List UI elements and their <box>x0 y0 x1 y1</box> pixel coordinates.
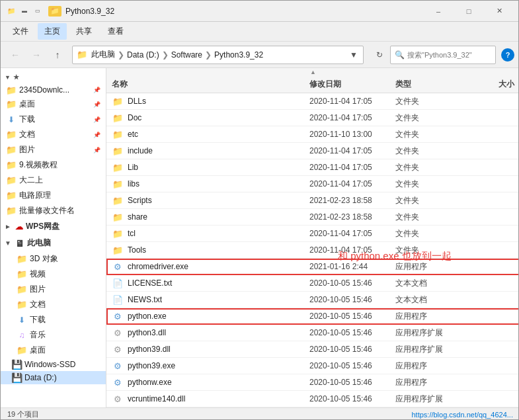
file-icon: ⚙ <box>112 393 124 405</box>
sidebar-item-music[interactable]: ♫ 音乐 <box>1 327 106 343</box>
search-input[interactable] <box>407 51 491 59</box>
file-icon: 📄 <box>112 294 124 306</box>
search-box[interactable]: 🔍 <box>390 46 496 64</box>
wps-header[interactable]: ► ☁ WPS网盘 <box>1 218 106 235</box>
file-icon: 📁 <box>112 244 124 256</box>
table-row[interactable]: 📄 LICENSE.txt 2020-10-05 15:46 文本文档 <box>106 275 519 292</box>
sidebar-item-windows-ssd[interactable]: 💾 Windows-SSD <box>1 358 106 371</box>
col-header-name[interactable]: 名称 <box>112 79 309 90</box>
file-name-cell: ⚙ vcruntime140.dll <box>112 393 309 405</box>
table-row[interactable]: ⚙ chromedriver.exe 2021-01-16 2:44 应用程序 <box>106 259 519 275</box>
table-row[interactable]: 📁 Doc 2020-11-04 17:05 文件夹 <box>106 110 519 126</box>
file-date: 2020-11-04 17:05 <box>309 97 395 106</box>
folder-icon: 📁 <box>6 206 17 216</box>
table-row[interactable]: ⚙ vcruntime140.dll 2020-10-05 15:46 应用程序… <box>106 391 519 407</box>
minimize-button[interactable]: – <box>423 1 454 22</box>
table-row[interactable]: 📁 Scripts 2021-02-23 18:58 文件夹 <box>106 192 519 209</box>
title-bar: 📁 ▬ ▭ 📁 Python3.9_32 – □ ✕ <box>1 1 519 22</box>
address-bar[interactable]: 📁 此电脑 ❯ Data (D:) ❯ Software ❯ Python3.9… <box>72 46 364 64</box>
file-icon: ⚙ <box>112 261 124 273</box>
sidebar-item-desktop[interactable]: 📁 桌面 📌 <box>1 97 106 112</box>
table-row[interactable]: 📁 Tools 2020-11-04 17:05 文件夹 <box>106 242 519 259</box>
sidebar-item-docs[interactable]: 📁 文档 📌 <box>1 127 106 142</box>
col-header-size[interactable]: 大小 <box>475 79 514 90</box>
menu-home[interactable]: 主页 <box>38 23 67 40</box>
table-row[interactable]: ⚙ python.exe 2020-10-05 15:46 应用程序 <box>106 308 519 325</box>
sidebar-label-circuit: 电路原理 <box>19 190 51 201</box>
table-row[interactable]: 📁 DLLs 2020-11-04 17:05 文件夹 <box>106 93 519 110</box>
quick-access-header[interactable]: ▼ ★ <box>1 71 106 83</box>
folder-icon: 📁 <box>6 176 17 185</box>
file-name-cell: 📄 LICENSE.txt <box>112 277 309 289</box>
download-icon2: ⬇ <box>17 315 27 325</box>
table-row[interactable]: 📁 libs 2020-11-04 17:05 文件夹 <box>106 176 519 192</box>
sep2: ❯ <box>162 50 169 60</box>
forward-button[interactable]: → <box>27 46 46 64</box>
sidebar-item-circuit[interactable]: 📁 电路原理 <box>1 188 106 203</box>
table-row[interactable]: ⚙ pythonw.exe 2020-10-05 15:46 应用程序 <box>106 374 519 391</box>
folder-icon: 📁 <box>6 85 17 95</box>
sidebar-item-pictures[interactable]: 📁 图片 📌 <box>1 142 106 157</box>
address-part-python[interactable]: Python3.9_32 <box>214 50 263 60</box>
address-part-pc[interactable]: 此电脑 <box>91 49 115 60</box>
file-name-cell: 📁 tcl <box>112 228 309 239</box>
menu-view[interactable]: 查看 <box>101 23 130 40</box>
menu-share[interactable]: 共享 <box>69 23 99 40</box>
file-name: tcl <box>128 229 136 238</box>
table-row[interactable]: 📁 Lib 2020-11-04 17:05 文件夹 <box>106 159 519 176</box>
sidebar-item-batch[interactable]: 📁 批量修改文件名 <box>1 203 106 218</box>
file-name: python39.exe <box>128 361 175 370</box>
sidebar-item-2345[interactable]: 📁 2345Downlc... 📌 <box>1 83 106 97</box>
address-part-software[interactable]: Software <box>171 50 202 60</box>
file-name: include <box>128 146 153 155</box>
table-row[interactable]: ⚙ python39.exe 2020-10-05 15:46 应用程序 <box>106 358 519 374</box>
sidebar-item-video[interactable]: 📁 9.视频教程 <box>1 157 106 173</box>
table-row[interactable]: 📁 include 2020-11-04 17:05 文件夹 <box>106 143 519 159</box>
up-button[interactable]: ↑ <box>48 46 67 64</box>
col-header-date[interactable]: 修改日期 <box>309 79 395 90</box>
table-row[interactable]: ⚙ python3.dll 2020-10-05 15:46 应用程序扩展 <box>106 325 519 341</box>
main-layout: ▼ ★ 📁 2345Downlc... 📌 📁 桌面 📌 ⬇ 下载 📌 📁 文档 <box>1 68 519 407</box>
sidebar-item-3d[interactable]: 📁 3D 对象 <box>1 251 106 267</box>
table-row[interactable]: 📁 etc 2020-11-10 13:00 文件夹 <box>106 126 519 143</box>
folder-icon: 📁 <box>6 146 17 155</box>
sidebar-item-download[interactable]: ⬇ 下载 📌 <box>1 112 106 127</box>
refresh-button[interactable]: ↻ <box>372 47 387 63</box>
sidebar-item-danian[interactable]: 📁 大二上 <box>1 173 106 188</box>
file-type: 应用程序 <box>395 377 475 388</box>
back-button[interactable]: ← <box>6 46 24 64</box>
close-button[interactable]: ✕ <box>484 1 514 22</box>
file-header-row: 名称 修改日期 类型 大小 <box>106 76 519 93</box>
sidebar-label-download2: 下载 <box>30 314 46 325</box>
col-header-type[interactable]: 类型 <box>395 79 475 90</box>
table-row[interactable]: 📁 tcl 2020-11-04 17:05 文件夹 <box>106 226 519 242</box>
file-date: 2021-02-23 18:58 <box>309 212 395 222</box>
hdd-icon: 💾 <box>11 360 22 369</box>
table-row[interactable]: ⚙ python39.dll 2020-10-05 15:46 应用程序扩展 <box>106 341 519 358</box>
file-name: python39.dll <box>128 345 171 354</box>
file-type: 文件夹 <box>395 112 475 124</box>
sidebar-item-docs2[interactable]: 📁 文档 <box>1 297 106 312</box>
sidebar-item-desktop2[interactable]: 📁 桌面 <box>1 343 106 358</box>
file-name: LICENSE.txt <box>128 278 172 288</box>
sidebar-item-pictures2[interactable]: 📁 图片 <box>1 282 106 297</box>
sidebar-label-danian: 大二上 <box>19 175 43 186</box>
file-icon: 📁 <box>112 211 124 223</box>
table-row[interactable]: 📁 share 2021-02-23 18:58 文件夹 <box>106 209 519 226</box>
wps-expand-icon: ► <box>5 223 11 230</box>
sidebar-item-download2[interactable]: ⬇ 下载 <box>1 312 106 327</box>
this-pc-header[interactable]: ▼ 🖥 此电脑 <box>1 235 106 251</box>
maximize-button[interactable]: □ <box>454 1 484 22</box>
menu-file[interactable]: 文件 <box>6 23 35 40</box>
wps-icon: ☁ <box>15 222 23 231</box>
address-part-drive[interactable]: Data (D:) <box>127 50 159 60</box>
file-icon: ⚙ <box>112 376 124 388</box>
sidebar-label-docs: 文档 <box>19 129 35 140</box>
file-type: 应用程序扩展 <box>395 394 475 405</box>
help-button[interactable]: ? <box>501 48 514 62</box>
table-row[interactable]: 📄 NEWS.txt 2020-10-05 15:46 文本文档 <box>106 292 519 308</box>
sidebar-item-videos[interactable]: 📁 视频 <box>1 267 106 282</box>
sidebar: ▼ ★ 📁 2345Downlc... 📌 📁 桌面 📌 ⬇ 下载 📌 📁 文档 <box>1 68 106 407</box>
address-dropdown[interactable]: ▼ <box>348 50 359 60</box>
sidebar-item-data-d[interactable]: 💾 Data (D:) <box>1 371 106 384</box>
